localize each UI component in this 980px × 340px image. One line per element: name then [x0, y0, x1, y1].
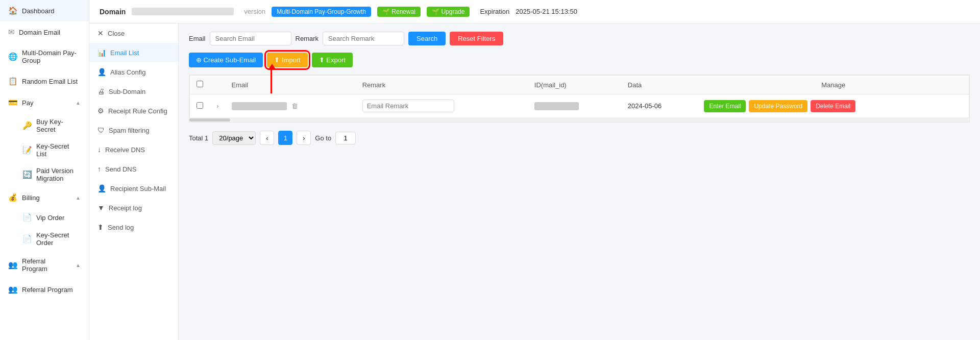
remark-input[interactable] [362, 100, 454, 112]
billing-icon: 💰 [8, 193, 18, 202]
list-icon: 📋 [8, 77, 18, 86]
sidebar-item-referral-program[interactable]: 👥 Referral Program ▲ [0, 251, 89, 279]
globe-icon: 🌐 [8, 52, 18, 61]
delete-row-icon[interactable]: 🗑 [291, 102, 298, 110]
sidebar-item-vip-order[interactable]: 📄 Vip Order [14, 208, 89, 227]
pagination: Total 1 20/page ‹ 1 › Go to [189, 131, 970, 145]
sidebar-item-dashboard[interactable]: 🏠 Dashboard [0, 0, 89, 21]
per-page-select[interactable]: 20/page [212, 131, 256, 145]
sidebar-item-pay[interactable]: 💳 Pay ▲ [0, 92, 89, 113]
upgrade-badge: 🌱 Upgrade [427, 7, 470, 17]
version-badge: Multi-Domain Pay-Group-Growth [272, 7, 371, 17]
row-checkbox[interactable] [197, 102, 203, 109]
sidebar-item-label: Random Email List [22, 78, 78, 85]
renewal-badge: 🌱 Renewal [377, 7, 421, 17]
email-value [232, 102, 287, 110]
mail-id-value [534, 102, 579, 110]
update-password-button[interactable]: Update Password [749, 100, 807, 112]
sidebar-item-label: Domain Email [19, 29, 60, 36]
manage-actions: Enter Email Update Password Delete Email [704, 100, 963, 112]
sub-item-close[interactable]: ✕ Close [89, 23, 178, 43]
sub-item-label: Close [108, 30, 125, 37]
sidebar-item-key-secret-list[interactable]: 📝 Key-Secret List [14, 138, 89, 162]
sub-item-label: Recipient Sub-Mail [110, 185, 166, 192]
sidebar-item-referral-program2[interactable]: 👥 Referral Program [0, 279, 89, 300]
sidebar-item-label: Vip Order [36, 214, 64, 222]
sidebar-item-label: Referral Program [22, 257, 71, 273]
sidebar-item-label: Billing [22, 194, 40, 202]
pay-icon: 💳 [8, 98, 18, 107]
sub-item-alias-config[interactable]: 👤 Alias Config [89, 62, 178, 82]
row-manage-cell: Enter Email Update Password Delete Email [698, 94, 969, 118]
sub-item-recipient-sub[interactable]: 👤 Recipient Sub-Mail [89, 179, 178, 198]
email-icon: ✉ [8, 28, 15, 37]
main-content: Domain version Multi-Domain Pay-Group-Gr… [89, 0, 980, 340]
delete-email-button[interactable]: Delete Email [811, 100, 855, 112]
user-icon: 👤 [97, 68, 106, 76]
sidebar-sub-pay: 🔑 Buy Key-Secret 📝 Key-Secret List 🔄 Pai… [0, 113, 89, 187]
next-page-button[interactable]: › [297, 131, 311, 145]
expiration-value: 2025-05-21 15:13:50 [516, 8, 577, 15]
sidebar-item-domain-email[interactable]: ✉ Domain Email [0, 21, 89, 43]
version-label: version [244, 8, 265, 15]
sub-item-send-log[interactable]: ⬆ Send log [89, 217, 178, 237]
sidebar-item-key-secret-order[interactable]: 📄 Key-Secret Order [14, 227, 89, 251]
sub-item-label: Receive DNS [105, 146, 145, 154]
sidebar-item-multi-domain[interactable]: 🌐 Multi-Domain Pay-Group [0, 43, 89, 70]
sub-item-label: Alias Config [110, 68, 145, 76]
reset-filters-button[interactable]: Reset Filters [450, 32, 503, 45]
goto-input[interactable] [335, 132, 356, 144]
sub-item-label: Email List [110, 49, 139, 57]
sub-item-receive-dns[interactable]: ↓ Receive DNS [89, 140, 178, 159]
row-expand-cell[interactable]: › [210, 94, 226, 118]
remark-search-input[interactable] [323, 32, 404, 45]
col-date: Data [622, 76, 698, 94]
col-checkbox [190, 76, 210, 94]
upload-icon: ↑ [97, 165, 101, 173]
search-button[interactable]: Search [408, 32, 446, 45]
sidebar-item-billing[interactable]: 💰 Billing ▲ [0, 187, 89, 208]
settings-icon: ⚙ [97, 107, 104, 115]
sidebar-item-label: Multi-Domain Pay-Group [22, 49, 81, 64]
enter-email-button[interactable]: Enter Email [704, 100, 746, 112]
email-search-input[interactable] [210, 32, 291, 45]
row-mail-id-cell [528, 94, 622, 118]
sub-item-sub-domain[interactable]: 🖨 Sub-Domain [89, 82, 178, 101]
export-button[interactable]: ⬆ Export [312, 53, 353, 67]
filter-bar: Email Remark Search Reset Filters [189, 32, 970, 45]
sidebar-item-label: Key-Secret List [36, 142, 81, 158]
sub-item-send-dns[interactable]: ↑ Send DNS [89, 159, 178, 179]
import-button[interactable]: ⬆ Import [267, 53, 307, 67]
sidebar-item-label: Pay [22, 99, 33, 107]
sub-item-spam-filtering[interactable]: 🛡 Spam filtering [89, 120, 178, 140]
sidebar-item-label: Paid Version Migration [36, 167, 81, 182]
row-date-cell: 2024-05-06 [622, 94, 698, 118]
referral-icon: 👥 [8, 260, 18, 270]
chart-icon: 📊 [97, 48, 106, 57]
close-icon: ✕ [97, 29, 104, 37]
sub-item-label: Sub-Domain [109, 88, 145, 95]
table-scrollbar[interactable] [189, 118, 969, 122]
top-header: Domain version Multi-Domain Pay-Group-Gr… [89, 0, 980, 23]
shield-icon: 🛡 [97, 126, 105, 134]
printer-icon: 🖨 [97, 87, 105, 95]
page-1-button[interactable]: 1 [278, 131, 292, 145]
select-all-checkbox[interactable] [197, 81, 203, 87]
create-sub-email-button[interactable]: ⊕ Create Sub-Email [189, 53, 263, 67]
sidebar-item-random-email[interactable]: 📋 Random Email List [0, 70, 89, 92]
sidebar: 🏠 Dashboard ✉ Domain Email 🌐 Multi-Domai… [0, 0, 89, 340]
referral2-icon: 👥 [8, 285, 18, 294]
sub-item-email-list[interactable]: 📊 Email List [89, 43, 178, 62]
download-icon: ↓ [97, 145, 101, 154]
key-icon: 🔑 [22, 121, 32, 130]
sidebar-item-buy-key[interactable]: 🔑 Buy Key-Secret [14, 113, 89, 138]
email-table: Email Remark ID(mail_id) Data Manage › [189, 75, 969, 118]
sub-item-label: Spam filtering [109, 127, 149, 134]
sub-item-receipt-rule[interactable]: ⚙ Receipt Rule Config [89, 101, 178, 120]
sub-item-label: Receipt log [109, 204, 142, 212]
col-remark: Remark [356, 76, 528, 94]
sub-item-receipt-log[interactable]: ▼ Receipt log [89, 198, 178, 217]
prev-page-button[interactable]: ‹ [260, 131, 274, 145]
remark-filter-label: Remark [296, 35, 319, 42]
sidebar-item-paid-migration[interactable]: 🔄 Paid Version Migration [14, 162, 89, 187]
